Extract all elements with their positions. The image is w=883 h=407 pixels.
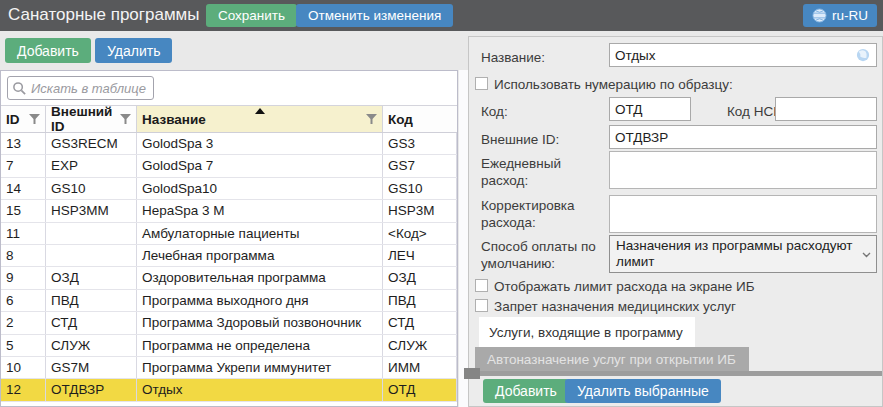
column-header-id[interactable]: ID [1,106,46,132]
cell-name: Программа выходного дня [137,290,383,311]
external-ids-label: Внешние ID: [481,131,559,148]
cell-external-id: ОТДВЗР [46,379,137,400]
app-header: Санаторные программы Сохранить Отменить … [0,0,883,31]
nsi-code-input[interactable] [775,97,877,121]
cell-name: Программа не определена [137,335,383,356]
panel-delete-selected-button[interactable]: Удалить выбранные [565,379,721,403]
cell-code: ПВД [383,290,457,311]
use-numbering-checkbox[interactable] [475,77,488,90]
daily-expense-label: Ежедневный расход: [481,155,599,189]
payment-method-label: Способ оплаты по умолчанию: [481,238,606,272]
cell-code: GS3 [383,133,457,154]
cell-code: ОТД [383,379,457,400]
translate-globe-icon[interactable] [856,48,870,62]
filter-icon[interactable] [366,114,377,124]
table-row[interactable]: 8 Лечебная программа ЛЕЧ [1,245,457,267]
cancel-changes-button[interactable]: Отменить изменения [296,4,453,27]
code-label: Код: [481,103,508,120]
show-limit-checkbox[interactable] [475,279,488,292]
table-row[interactable]: 12 ОТДВЗР Отдых ОТД [1,379,457,401]
cell-name: Программа Укрепи иммунитет [137,357,383,378]
name-label: Название: [481,49,545,66]
panel-splitter[interactable] [469,371,882,376]
name-input[interactable] [609,43,877,67]
cell-code: ИММ [383,357,457,378]
cell-id: 12 [1,379,46,400]
delete-row-button[interactable]: Удалить [95,38,172,63]
cell-code: GS7 [383,155,457,176]
cell-id: 14 [1,178,46,199]
column-header-name[interactable]: Название [137,106,383,132]
payment-method-select[interactable]: Назначения из программы расходуют лимит [609,235,877,273]
cell-external-id: ПВД [46,290,137,311]
cell-code: GS10 [383,178,457,199]
cell-external-id: GS3RECM [46,133,137,154]
column-label: ID [6,112,29,127]
expense-correction-input[interactable] [609,195,877,233]
column-header-code[interactable]: Код [383,106,457,132]
filter-icon[interactable] [29,114,40,124]
cell-name: Оздоровительная программа [137,267,383,288]
panel-add-button[interactable]: Добавить [483,379,569,403]
cell-name: HepaSpa 3 M [137,200,383,221]
show-limit-label: Отображать лимит расхода на экране ИБ [494,278,755,295]
cell-id: 9 [1,267,46,288]
autoassign-services-button[interactable]: Автоназначение услуг при открытии ИБ [475,347,749,371]
cell-id: 8 [1,245,46,266]
details-panel: Название: Использовать нумерацию по обра… [468,36,883,407]
cell-id: 11 [1,223,46,244]
page-title: Санаторные программы [8,5,200,25]
daily-expense-input[interactable] [609,151,877,189]
sort-ascending-icon [255,108,265,114]
cell-external-id: СЛУЖ [46,335,137,356]
table-row[interactable]: 9 ОЗД Оздоровительная программа ОЗД [1,267,457,289]
cell-code: ЛЕЧ [383,245,457,266]
cell-id: 6 [1,290,46,311]
programs-table-panel: ID Внешний ID Название Код 13 GS3RECM Go… [0,70,458,407]
code-input[interactable] [609,97,691,121]
payment-method-value: Назначения из программы расходуют лимит [616,238,858,270]
cell-code: HSP3M [383,200,457,221]
cell-external-id [46,223,137,244]
table-row[interactable]: 5 СЛУЖ Программа не определена СЛУЖ [1,335,457,357]
search-input[interactable] [31,81,149,96]
table-row[interactable]: 7 EXP GolodSpa 7 GS7 [1,155,457,177]
table-row[interactable]: 2 СТД Программа Здоровый позвоночник СТД [1,312,457,334]
table-row[interactable]: 15 HSP3MM HepaSpa 3 M HSP3M [1,200,457,222]
use-numbering-label: Использовать нумерацию по образцу: [494,76,733,93]
services-in-program-button[interactable]: Услуги, входящие в программу [479,317,695,347]
cell-name: Лечебная программа [137,245,383,266]
cell-name: Программа Здоровый позвоночник [137,312,383,333]
table-row[interactable]: 10 GS7M Программа Укрепи иммунитет ИММ [1,357,457,379]
cell-id: 10 [1,357,46,378]
cell-id: 7 [1,155,46,176]
add-row-button[interactable]: Добавить [5,38,91,63]
search-icon [12,81,27,96]
chevron-down-icon [862,252,871,258]
table-row[interactable]: 6 ПВД Программа выходного дня ПВД [1,290,457,312]
filter-icon[interactable] [120,114,131,124]
external-ids-input[interactable] [609,125,877,149]
locale-button[interactable]: ru-RU [803,4,877,27]
column-label: Внешний ID [51,104,120,134]
table-body: 13 GS3RECM GolodSpa 3 GS3 7 EXP GolodSpa… [1,133,457,402]
column-label: Код [388,112,452,127]
forbid-services-checkbox[interactable] [475,299,488,312]
save-button[interactable]: Сохранить [206,4,297,27]
cell-name: Отдых [137,379,383,400]
cell-name: GolodSpa 7 [137,155,383,176]
table-row[interactable]: 11 Амбулаторные пациенты <Код> [1,223,457,245]
cell-external-id: СТД [46,312,137,333]
table-row[interactable]: 13 GS3RECM GolodSpa 3 GS3 [1,133,457,155]
table-row[interactable]: 14 GS10 GolodSpa10 GS10 [1,178,457,200]
cell-external-id [46,245,137,266]
globe-icon [812,8,827,23]
app-window: Санаторные программы Сохранить Отменить … [0,0,883,407]
table-search[interactable] [7,76,154,100]
cell-name: GolodSpa 3 [137,133,383,154]
table-scrollbar[interactable] [459,70,468,407]
column-header-external-id[interactable]: Внешний ID [46,106,137,132]
cell-id: 13 [1,133,46,154]
splitter-grip-icon[interactable] [464,368,480,379]
cell-external-id: HSP3MM [46,200,137,221]
